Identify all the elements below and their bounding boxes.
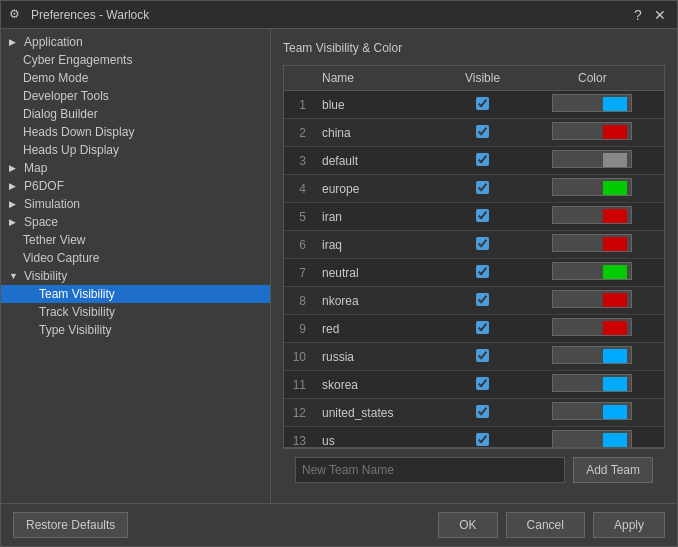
visibility-checkbox[interactable]: [476, 181, 489, 194]
visibility-checkbox[interactable]: [476, 349, 489, 362]
sidebar-item-application[interactable]: ▶ Application: [1, 33, 270, 51]
row-visible[interactable]: [444, 287, 520, 315]
row-color[interactable]: [521, 343, 664, 371]
add-team-button[interactable]: Add Team: [573, 457, 653, 483]
row-color[interactable]: [521, 175, 664, 203]
color-picker-button[interactable]: [552, 206, 632, 224]
row-color[interactable]: [521, 399, 664, 427]
sidebar-item-developer-tools[interactable]: Developer Tools: [1, 87, 270, 105]
row-name: us: [314, 427, 444, 449]
row-color[interactable]: [521, 259, 664, 287]
main-panel: Team Visibility & Color Name Visible Col…: [271, 29, 677, 503]
color-picker-button[interactable]: [552, 402, 632, 420]
visibility-checkbox[interactable]: [476, 125, 489, 138]
col-color: Color: [521, 66, 664, 91]
help-button[interactable]: ?: [629, 6, 647, 24]
sidebar-item-dialog-builder[interactable]: Dialog Builder: [1, 105, 270, 123]
row-color[interactable]: [521, 119, 664, 147]
row-name: default: [314, 147, 444, 175]
color-swatch: [603, 237, 627, 251]
color-picker-button[interactable]: [552, 178, 632, 196]
row-color[interactable]: [521, 427, 664, 449]
color-picker-button[interactable]: [552, 262, 632, 280]
new-team-input[interactable]: [295, 457, 565, 483]
sidebar-item-label: Track Visibility: [39, 305, 115, 319]
sidebar-item-track-visibility[interactable]: Track Visibility: [1, 303, 270, 321]
close-button[interactable]: ✕: [651, 6, 669, 24]
row-num: 9: [284, 315, 314, 343]
table-row: 13us: [284, 427, 664, 449]
color-picker-button[interactable]: [552, 430, 632, 448]
color-picker-button[interactable]: [552, 234, 632, 252]
color-picker-button[interactable]: [552, 122, 632, 140]
arrow-icon: ▶: [9, 163, 21, 173]
bottom-bar: Add Team: [283, 448, 665, 491]
row-color[interactable]: [521, 231, 664, 259]
sidebar-item-tether-view[interactable]: Tether View: [1, 231, 270, 249]
row-name: russia: [314, 343, 444, 371]
visibility-checkbox[interactable]: [476, 265, 489, 278]
table-row: 6iraq: [284, 231, 664, 259]
row-visible[interactable]: [444, 203, 520, 231]
sidebar-item-cyber-engagements[interactable]: Cyber Engagements: [1, 51, 270, 69]
visibility-checkbox[interactable]: [476, 321, 489, 334]
row-visible[interactable]: [444, 399, 520, 427]
sidebar-item-video-capture[interactable]: Video Capture: [1, 249, 270, 267]
row-visible[interactable]: [444, 343, 520, 371]
sidebar-item-simulation[interactable]: ▶ Simulation: [1, 195, 270, 213]
row-visible[interactable]: [444, 427, 520, 449]
sidebar-item-label: Team Visibility: [39, 287, 115, 301]
title-bar-buttons: ? ✕: [629, 6, 669, 24]
visibility-checkbox[interactable]: [476, 97, 489, 110]
row-color[interactable]: [521, 315, 664, 343]
color-swatch: [603, 209, 627, 223]
sidebar-item-type-visibility[interactable]: Type Visibility: [1, 321, 270, 339]
table-row: 1blue: [284, 91, 664, 119]
sidebar-item-map[interactable]: ▶ Map: [1, 159, 270, 177]
table-row: 8nkorea: [284, 287, 664, 315]
row-color[interactable]: [521, 147, 664, 175]
sidebar: ▶ ApplicationCyber EngagementsDemo ModeD…: [1, 29, 271, 503]
visibility-checkbox[interactable]: [476, 293, 489, 306]
restore-defaults-button[interactable]: Restore Defaults: [13, 512, 128, 538]
preferences-window: ⚙ Preferences - Warlock ? ✕ ▶ Applicatio…: [0, 0, 678, 547]
sidebar-item-p6dof[interactable]: ▶ P6DOF: [1, 177, 270, 195]
row-visible[interactable]: [444, 175, 520, 203]
color-picker-button[interactable]: [552, 94, 632, 112]
row-color[interactable]: [521, 287, 664, 315]
row-visible[interactable]: [444, 91, 520, 119]
sidebar-item-visibility[interactable]: ▼ Visibility: [1, 267, 270, 285]
color-picker-button[interactable]: [552, 290, 632, 308]
sidebar-item-heads-up-display[interactable]: Heads Up Display: [1, 141, 270, 159]
color-picker-button[interactable]: [552, 346, 632, 364]
apply-button[interactable]: Apply: [593, 512, 665, 538]
row-color[interactable]: [521, 371, 664, 399]
color-picker-button[interactable]: [552, 150, 632, 168]
visibility-checkbox[interactable]: [476, 377, 489, 390]
color-picker-button[interactable]: [552, 374, 632, 392]
color-swatch: [603, 349, 627, 363]
visibility-checkbox[interactable]: [476, 237, 489, 250]
sidebar-item-space[interactable]: ▶ Space: [1, 213, 270, 231]
row-visible[interactable]: [444, 119, 520, 147]
row-visible[interactable]: [444, 315, 520, 343]
row-visible[interactable]: [444, 147, 520, 175]
visibility-checkbox[interactable]: [476, 405, 489, 418]
cancel-button[interactable]: Cancel: [506, 512, 585, 538]
visibility-checkbox[interactable]: [476, 209, 489, 222]
color-picker-button[interactable]: [552, 318, 632, 336]
table-row: 9red: [284, 315, 664, 343]
row-visible[interactable]: [444, 231, 520, 259]
row-color[interactable]: [521, 203, 664, 231]
visibility-checkbox[interactable]: [476, 153, 489, 166]
row-visible[interactable]: [444, 371, 520, 399]
row-visible[interactable]: [444, 259, 520, 287]
visibility-checkbox[interactable]: [476, 433, 489, 446]
row-color[interactable]: [521, 91, 664, 119]
team-table-container: Name Visible Color 1blue2china3default4e…: [283, 65, 665, 448]
sidebar-item-team-visibility[interactable]: Team Visibility: [1, 285, 270, 303]
row-name: skorea: [314, 371, 444, 399]
sidebar-item-heads-down-display[interactable]: Heads Down Display: [1, 123, 270, 141]
sidebar-item-demo-mode[interactable]: Demo Mode: [1, 69, 270, 87]
ok-button[interactable]: OK: [438, 512, 497, 538]
